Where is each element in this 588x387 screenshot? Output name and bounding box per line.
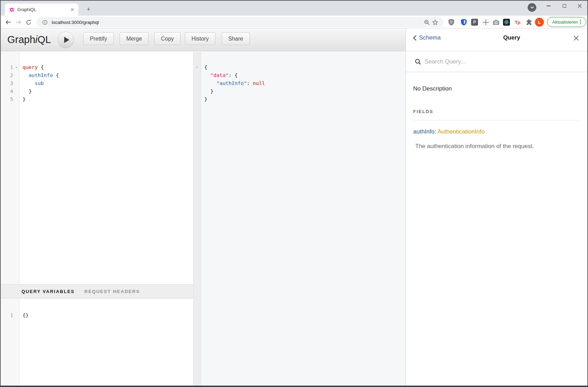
doc-explorer: Schema Query No Description FIELDS authI… <box>406 28 588 386</box>
window-close-button[interactable] <box>572 1 588 11</box>
doc-back-link[interactable]: Schema <box>413 34 441 41</box>
prettify-button[interactable]: Prettify <box>83 32 114 45</box>
window-border-top <box>0 0 588 1</box>
window-border-left <box>0 0 1 387</box>
browser-toolbar: localhost:3000/graphql P <box>0 16 588 28</box>
url-text: localhost:3000/graphql <box>52 20 423 25</box>
reload-icon <box>26 19 32 25</box>
result-viewer[interactable]: ▾ { "data": { "authInfo": null } } <box>201 52 406 386</box>
line-number: 2 <box>0 71 13 79</box>
fold-arrow-icon[interactable]: ▾ <box>13 63 19 71</box>
minimize-icon <box>547 6 551 6</box>
graphql-favicon-icon <box>9 7 15 12</box>
share-button[interactable]: Share <box>222 32 250 45</box>
chevron-left-icon <box>413 35 417 41</box>
graphiql-toolbar: GraphiQL Prettify Merge Copy History Sha… <box>0 28 406 51</box>
tab-title: GraphiQL <box>17 7 69 12</box>
address-bar[interactable]: localhost:3000/graphql <box>36 17 443 27</box>
doc-close-button[interactable] <box>572 34 580 42</box>
arrow-right-icon <box>15 19 22 25</box>
react-devtools-extension-icon[interactable] <box>503 18 510 26</box>
fold-arrow-icon[interactable]: ▾ <box>196 64 198 70</box>
tab-query-variables[interactable]: QUERY VARIABLES <box>22 289 75 294</box>
update-label: Aktualisieren <box>552 19 578 25</box>
fields-heading: FIELDS <box>413 109 581 120</box>
window-minimize-button[interactable] <box>540 1 556 11</box>
query-variables-editor[interactable]: 1 {} <box>0 299 193 386</box>
window-border-bottom <box>0 386 588 387</box>
doc-title: Query <box>503 34 520 41</box>
ublock-extension-icon[interactable] <box>448 18 455 26</box>
tp-extension-icon[interactable]: Tp <box>514 18 521 26</box>
update-page-action-button[interactable]: Aktualisieren <box>547 17 586 27</box>
field-name-link[interactable]: authInfo <box>413 128 434 135</box>
execute-query-button[interactable] <box>58 32 74 48</box>
copy-button[interactable]: Copy <box>154 32 180 45</box>
downloads-chevron-icon[interactable] <box>528 3 536 12</box>
line-number: 1 <box>0 63 13 71</box>
maximize-icon <box>563 4 566 8</box>
browser-window: GraphiQL + <box>0 0 588 387</box>
field-description: The authentication information of the re… <box>415 143 581 150</box>
secondary-editor-tabs: QUERY VARIABLES REQUEST HEADERS <box>0 284 193 299</box>
new-tab-button[interactable]: + <box>83 4 94 15</box>
camera-extension-icon[interactable] <box>492 18 500 26</box>
reload-button[interactable] <box>24 18 33 27</box>
close-icon <box>573 35 579 41</box>
bookmark-star-icon[interactable] <box>431 18 439 26</box>
search-icon <box>415 59 421 65</box>
forward-button[interactable] <box>14 18 23 27</box>
field-row: authInfo: AuthenticationInfo <box>413 128 581 135</box>
page-info-icon[interactable] <box>41 18 49 26</box>
variables-code[interactable]: {} <box>20 299 193 386</box>
line-number: 3 <box>0 79 13 87</box>
back-button[interactable] <box>4 18 13 27</box>
doc-search-input[interactable] <box>425 58 570 65</box>
line-number: 4 <box>0 87 13 95</box>
tab-request-headers[interactable]: REQUEST HEADERS <box>84 289 140 294</box>
query-editor-gutter: 1▾ 2 3 4 5 <box>0 52 20 284</box>
kebab-menu-icon <box>580 20 581 24</box>
graphiql-logo: GraphiQL <box>7 28 51 51</box>
zoom-page-icon[interactable] <box>423 18 431 26</box>
doc-explorer-header: Schema Query <box>406 28 588 51</box>
profile-avatar[interactable]: L <box>535 18 544 27</box>
variables-editor-gutter: 1 <box>0 299 20 386</box>
window-maximize-button[interactable] <box>556 1 572 11</box>
doc-explorer-content: No Description FIELDS authInfo: Authenti… <box>406 72 588 386</box>
p-extension-icon[interactable]: P <box>471 18 478 26</box>
play-icon <box>64 37 69 43</box>
editor-result-divider[interactable] <box>193 52 201 386</box>
tab-strip: GraphiQL + <box>0 1 588 16</box>
field-type-link[interactable]: AuthenticationInfo <box>437 128 485 135</box>
extensions-puzzle-icon[interactable] <box>525 18 532 26</box>
type-description: No Description <box>413 85 581 92</box>
move-tool-extension-icon[interactable] <box>482 18 489 26</box>
tab-close-icon[interactable] <box>69 7 75 12</box>
history-button[interactable]: History <box>185 32 215 45</box>
query-code[interactable]: query { authInfo { sub } } <box>20 52 193 284</box>
merge-button[interactable]: Merge <box>120 32 148 45</box>
query-editor[interactable]: 1▾ 2 3 4 5 query { authInfo { sub } } <box>0 52 193 284</box>
browser-tab-graphiql[interactable]: GraphiQL <box>5 3 78 16</box>
close-icon <box>578 4 582 8</box>
line-number: 1 <box>0 311 13 319</box>
bitwarden-extension-icon[interactable] <box>460 18 468 26</box>
doc-back-label: Schema <box>419 34 441 41</box>
doc-search-row <box>406 51 588 72</box>
arrow-left-icon <box>5 19 11 25</box>
line-number: 5 <box>0 95 13 103</box>
